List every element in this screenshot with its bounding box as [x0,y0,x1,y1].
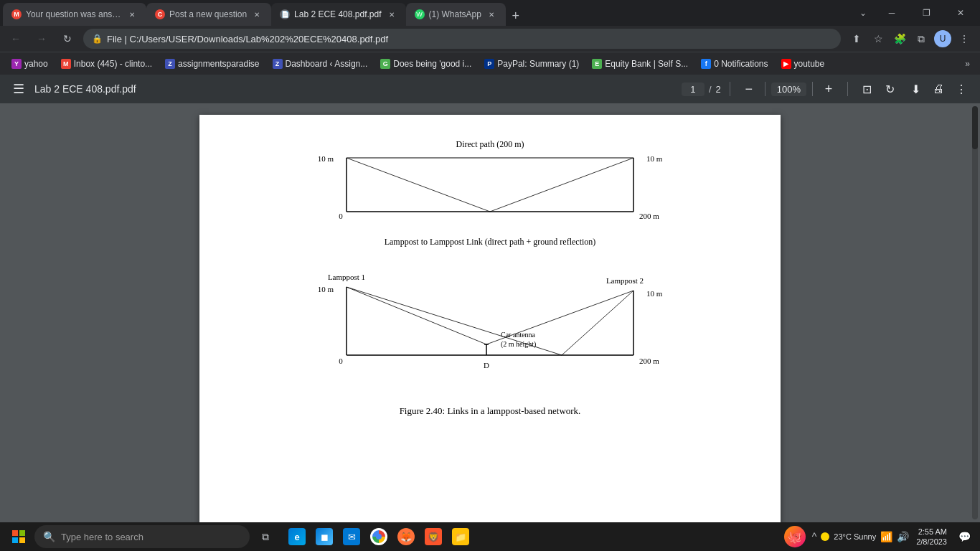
extensions-puzzle-icon[interactable]: 🧩 [890,29,910,49]
taskbar-apps: e ◼ ✉ 🦊 🦁 📁 [284,524,473,550]
bookmark-favicon-assignments: Z [165,59,175,69]
bookmark-dashboard[interactable]: Z Dashboard ‹ Assign... [267,56,374,72]
diagram2-container: Lamppost 1 Lamppost 2 [303,269,677,384]
taskbar-clock[interactable]: 2:55 AM 2/8/2023 [913,527,950,547]
taskbar-app-edge[interactable]: e [284,524,310,550]
bookmark-label-assignments: assignmentsparadise [178,59,259,69]
tray-sound-icon[interactable]: 🔊 [897,531,909,542]
pdf-download-button[interactable]: ⬇ [905,79,925,99]
tab-title-1: Your question was answered - ke [26,9,122,19]
diagram2-svg: Lamppost 1 Lamppost 2 [303,269,677,384]
taskbar-app-chrome[interactable] [366,524,392,550]
pdf-scrollbar-thumb[interactable] [972,106,978,149]
taskbar-app-mail[interactable]: ✉ [339,524,364,550]
taskbar-app-files[interactable]: 📁 [448,524,473,550]
bookmark-label-dashboard: Dashboard ‹ Assign... [286,59,368,69]
tabs-container: M Your question was answered - ke ✕ C Po… [3,0,857,26]
bookmark-label-youtube: youtube [794,59,825,69]
pdf-divider-3 [812,82,813,96]
bookmark-favicon-does-being: G [380,59,390,69]
close-button[interactable]: ✕ [944,1,977,24]
pdf-scrollbar[interactable] [969,103,980,522]
bookmark-notifications[interactable]: f 0 Notifications [695,56,773,72]
taskbar-search-placeholder: Type here to search [61,532,143,542]
tab-whatsapp[interactable]: W (1) WhatsApp ✕ [406,3,506,26]
tab-title-4: (1) WhatsApp [429,9,481,19]
taskbar-app-store[interactable]: ◼ [311,524,337,550]
pdf-page-input[interactable] [682,83,705,96]
minimize-button[interactable]: ─ [875,1,908,24]
tab-close-1[interactable]: ✕ [126,9,138,20]
bookmark-youtube[interactable]: ▶ youtube [776,56,831,72]
start-button[interactable] [6,524,32,550]
pdf-zoom-out-button[interactable]: − [739,79,759,99]
forward-button[interactable]: → [32,29,52,49]
diagram2-left-top-label: 10 m [318,285,334,293]
pdf-scrollbar-track[interactable] [972,106,978,519]
taskbar-app-firefox[interactable]: 🦊 [393,524,419,550]
profile-avatar[interactable]: U [933,29,953,49]
tray-expand-icon[interactable]: ^ [812,531,817,542]
bookmark-equity[interactable]: E Equity Bank | Self S... [586,56,694,72]
notification-center-icon[interactable]: 💬 [954,527,974,547]
pdf-divider-2 [765,82,765,96]
bookmark-paypal[interactable]: P PayPal: Summary (1) [479,56,585,72]
diagram2-d-label: D [484,361,489,369]
diagram1-title: Direct path (200 m) [456,139,524,149]
tab-close-2[interactable]: ✕ [251,9,263,20]
menu-icon[interactable]: ⋮ [954,29,974,49]
figure-caption: Figure 2.40: Links in a lamppost-based n… [400,405,581,417]
split-screen-icon[interactable]: ⧉ [911,29,931,49]
tab-gmail-answered[interactable]: M Your question was answered - ke ✕ [3,3,146,26]
maximize-button[interactable]: ❐ [910,1,943,24]
diagram1-right-axis: 200 m [639,212,659,220]
refresh-button[interactable]: ↻ [57,29,77,49]
tab-close-4[interactable]: ✕ [486,9,497,20]
taskbar-search[interactable]: 🔍 Type here to search [34,525,250,548]
address-input[interactable]: 🔒 File | C:/Users/USER/Downloads/Lab%202… [83,29,841,49]
pdf-zoom-controls: − 100% + [739,79,839,99]
title-bar: M Your question was answered - ke ✕ C Po… [0,0,980,26]
pdf-print-button[interactable]: 🖨 [928,79,948,99]
pdf-zoom-in-button[interactable]: + [819,79,839,99]
back-button[interactable]: ← [6,29,26,49]
svg-rect-3 [19,537,25,543]
tab-favicon-1: M [11,9,22,19]
tab-favicon-3: 📄 [280,9,290,19]
bookmark-assignments[interactable]: Z assignmentsparadise [159,56,265,72]
svg-rect-2 [12,537,18,543]
pdf-fit-page-button[interactable]: ⊡ [857,79,877,99]
diagram1-container: Direct path (200 m) [303,136,677,248]
tab-close-3[interactable]: ✕ [386,9,397,20]
tab-post-question[interactable]: C Post a new question ✕ [146,3,271,26]
tab-expand-icon[interactable]: ⌄ [857,8,870,18]
tab-pdf[interactable]: 📄 Lab 2 ECE 408.pdf.pdf ✕ [271,3,405,26]
bookmark-favicon-equity: E [592,59,602,69]
bookmarks-more-button[interactable]: » [961,56,974,72]
tray-network-icon[interactable]: 📶 [880,531,892,542]
diagram1-svg: Direct path (200 m) [303,136,677,237]
bookmark-favicon-paypal: P [484,59,494,69]
pdf-more-options-button[interactable]: ⋮ [951,79,971,99]
tab-favicon-4: W [415,9,425,19]
tray-weather-dot [821,532,829,541]
chrome-icon-center [376,534,382,540]
share-icon[interactable]: ⬆ [847,29,867,49]
pdf-menu-button[interactable]: ☰ [9,79,29,99]
new-tab-button[interactable]: + [506,6,526,26]
tab-title-2: Post a new question [169,9,247,19]
pdf-rotate-button[interactable]: ↻ [880,79,900,99]
pdf-zoom-value[interactable]: 100% [771,83,806,96]
bookmark-label-notifications: 0 Notifications [714,59,768,69]
taskbar-mascot: 🐙 [782,524,808,550]
bookmark-inbox[interactable]: M Inbox (445) - clinto... [55,56,158,72]
bookmark-yahoo[interactable]: Y yahoo [6,56,54,72]
bookmark-star-icon[interactable]: ☆ [868,29,888,49]
svg-rect-1 [19,530,25,536]
taskbar-app-brave[interactable]: 🦁 [420,524,446,550]
bookmark-favicon-inbox: M [61,59,71,69]
task-view-button[interactable]: ⧉ [253,524,278,550]
bookmark-does-being[interactable]: G Does being 'good i... [374,56,477,72]
pdf-divider-4 [847,82,848,96]
diagram2-right-top-label: 10 m [646,289,663,298]
